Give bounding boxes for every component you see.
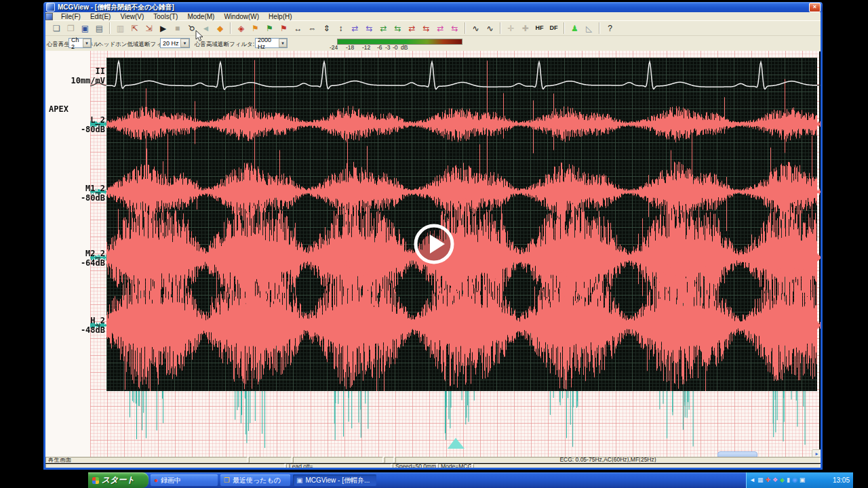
timescale-in-purple-icon[interactable]: ⇄ [348,22,362,35]
open-file-icon: ❐ [64,22,78,35]
clipboard-icon: ▥ [113,22,127,35]
menu-view[interactable]: View(V) [115,13,149,20]
taskbar: スタート ◄▦✚❖◆▮◉▣ 13:05 ●録画中❒最近使ったもの▣MCGView… [88,472,853,488]
toolbar-separator [564,22,565,34]
channel-m22-label: M2_2-64dB [45,249,105,268]
menu-tools[interactable]: Tools(T) [149,13,182,20]
high-cut-value: 2000 Hz [258,37,279,50]
level-meter-tick: -6 [377,44,382,51]
start-button[interactable]: スタート [88,472,149,488]
record-icon: ● [154,477,158,484]
menu-window[interactable]: Window(W) [219,13,264,20]
play-channel-select[interactable]: Ch 2 ▼ [68,38,92,48]
status-cell: 再生画面 [45,457,248,463]
status-cell: ECG: 0.05-75Hz,AC(60Hz),MF(25Hz) [395,457,821,463]
menu-bar: File(F)Edit(E)View(V)Tools(T)Mode(M)Wind… [43,12,823,20]
timescale-in-green-icon[interactable]: ⇄ [376,22,391,35]
level-meter [337,39,462,45]
print-icon[interactable]: ▤ [92,22,106,35]
hf-filter-button[interactable]: HF [532,22,547,35]
toolbar-separator [599,22,600,34]
tray-display-icon[interactable]: ▦ [757,477,764,483]
task-recent-items[interactable]: ❒最近使ったもの [220,474,290,486]
goto-start-icon[interactable]: ⇱ [127,22,142,35]
save-icon[interactable]: ▣ [78,22,92,35]
channel-ecg-label: II10mm/mV [45,67,105,85]
channel-label-line: L_2 [45,116,105,125]
wave-scroll-left-icon[interactable]: ∿ [469,22,483,35]
gain-up-icon[interactable]: ⇕ [319,22,334,35]
wave-scroll-right-icon[interactable]: ∿ [483,22,497,35]
marker-orange-icon[interactable]: ◆ [213,22,227,35]
play-icon[interactable]: ▶ [156,22,170,35]
status-cell [293,457,383,463]
menu-help[interactable]: Help(H) [264,13,296,20]
status-cell [249,457,292,463]
tray-ime-icon[interactable]: ▣ [800,477,806,483]
gain-down-icon[interactable]: ↕ [334,22,348,35]
level-meter-tick: -18 [346,44,354,51]
task-button-label: MCGView - [僧帽弁... [305,476,370,485]
start-button-label: スタート [102,474,135,486]
channel-label-line: H_2 [45,317,105,326]
timescale-out-magenta-icon[interactable]: ⇆ [448,22,462,35]
timescale-out-purple-icon[interactable]: ⇆ [362,22,376,35]
task-button-label: 最近使ったもの [233,476,281,485]
pan-page-icon[interactable]: ⇔ [305,22,319,35]
tray-clock: 13:05 [833,476,850,484]
tray-mouse-icon[interactable]: ▮ [787,477,790,483]
level-meter-tick: -3 [385,44,391,51]
channel-l2-label: L_2-80dB [45,116,105,134]
menu-mode[interactable]: Mode(M) [182,13,219,20]
toolbar-main: ❏❐▣▤▥⇱⇲▶■⚲◄◆◈⚑⚑⚑↔⇔⇕↕⇄⇆⇄⇆⇄⇆⇄⇆∿∿✛✚HFDF♟◺? [43,20,823,36]
video-play-overlay[interactable] [412,222,456,266]
mcgview-icon: ▣ [296,477,302,484]
channel-label-line: -48dB [45,326,105,336]
channel-label-line: -64dB [45,259,105,268]
tray-app-pink-icon[interactable]: ❖ [772,477,778,483]
system-tray: ◄▦✚❖◆▮◉▣ 13:05 [746,472,853,488]
toolbar-audio: 心音再生チャンネル: Ch 2 ▼ ヘッドホン低域遮断フィルタ: 20 Hz ▼… [43,36,823,52]
help-icon[interactable]: ? [603,22,617,35]
level-meter-tick: -24 [330,44,338,51]
pan-step-icon[interactable]: ↔ [291,22,305,35]
new-file-icon[interactable]: ❏ [50,22,64,35]
flag-orange-icon[interactable]: ⚑ [248,22,262,35]
tray-security-icon[interactable]: ✚ [765,477,770,483]
channel-h2-label: H_2-48dB [45,317,105,335]
channel-m12-label: M1_2-80dB [45,184,105,203]
status-cell [384,457,394,463]
flag-green-icon[interactable]: ⚑ [262,22,277,35]
chevron-down-icon[interactable]: ▼ [279,39,287,47]
channel-label-line: 10mm/mV [45,77,105,86]
tray-network-icon[interactable]: ◉ [792,477,797,483]
channel-label-line: APEX [49,105,105,115]
mouse-cursor [195,30,204,42]
flag-red-icon[interactable]: ⚑ [277,22,291,35]
high-cut-select[interactable]: 2000 Hz ▼ [255,38,288,48]
df-filter-button[interactable]: DF [547,22,561,35]
task-recording[interactable]: ●録画中 [151,474,218,486]
channel-label-line: -80dB [45,194,105,203]
pin-tool-icon: ✚ [518,22,532,35]
chevron-down-icon[interactable]: ▼ [180,39,189,47]
low-cut-select[interactable]: 20 Hz ▼ [160,38,190,48]
person-icon[interactable]: ♟ [568,22,582,35]
goto-end-icon[interactable]: ⇲ [142,22,156,35]
timescale-in-magenta-icon[interactable]: ⇄ [433,22,448,35]
timescale-in-red-icon[interactable]: ⇄ [405,22,419,35]
timescale-out-red-icon[interactable]: ⇆ [419,22,433,35]
ruler-icon[interactable]: ◺ [582,22,596,35]
tray-app-green-icon[interactable]: ◆ [780,477,785,483]
menu-file[interactable]: File(F) [56,13,85,20]
run-measure-icon[interactable]: ◈ [234,22,248,35]
close-button[interactable]: × [809,3,821,12]
chevron-down-icon[interactable]: ▼ [83,39,91,47]
channel-label-line: M1_2 [45,184,105,194]
level-meter-tick: dB [401,44,408,51]
menu-edit[interactable]: Edit(E) [85,13,116,20]
timescale-out-green-icon[interactable]: ⇆ [391,22,405,35]
task-mcgview[interactable]: ▣MCGView - [僧帽弁... [293,474,376,486]
tray-speaker-icon[interactable]: ◄ [749,477,755,483]
toolbar-separator [230,22,231,34]
